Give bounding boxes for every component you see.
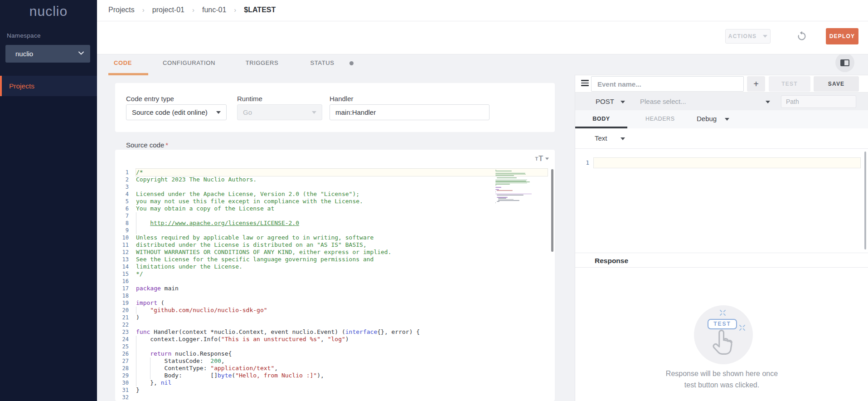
body-editor-scrollbar[interactable] xyxy=(864,152,866,249)
code-line-32[interactable]: 32 xyxy=(115,394,555,401)
code-line-8[interactable]: 8http://www.apache.org/licenses/LICENSE-… xyxy=(115,220,555,227)
event-name-input[interactable] xyxy=(591,76,744,92)
path-input[interactable] xyxy=(781,95,856,108)
code-entry-type-value: Source code (edit online) xyxy=(132,108,208,116)
actions-button[interactable]: ACTIONS xyxy=(725,29,771,44)
namespace-label: Namespace xyxy=(7,32,41,39)
code-line-26[interactable]: 26return nuclio.Response{ xyxy=(115,350,555,357)
code-line-23[interactable]: 23func Handler(context *nuclio.Context, … xyxy=(115,328,555,336)
code-line-7[interactable]: 7 xyxy=(115,212,555,220)
source-code-editor-panel: T T 1/*2Copyright 2023 The Nuclio Author… xyxy=(115,150,555,401)
font-size-big-t: T xyxy=(538,155,543,163)
code-line-6[interactable]: 6You may obtain a copy of the License at xyxy=(115,205,555,212)
editor-minimap[interactable] xyxy=(495,170,534,205)
test-button[interactable]: TEST xyxy=(769,76,810,92)
code-line-25[interactable]: 25 xyxy=(115,343,555,350)
nuclio-app: nuclio Namespace nuclio Projects Project… xyxy=(0,0,868,401)
breadcrumb-item-projects[interactable]: Projects xyxy=(108,6,135,14)
event-type-select[interactable]: Please select... xyxy=(640,98,686,105)
indent-guide xyxy=(136,379,150,386)
code-entry-type-select[interactable]: Source code (edit online) xyxy=(126,104,227,120)
code-line-28[interactable]: 28ContentType: "application/text", xyxy=(115,365,555,372)
code-line-30[interactable]: 30}, nil xyxy=(115,379,555,386)
required-asterisk: * xyxy=(165,141,168,149)
code-line-4[interactable]: 4Licensed under the Apache License, Vers… xyxy=(115,191,555,198)
font-size-small-t: T xyxy=(535,156,538,161)
active-tab-underline xyxy=(108,73,148,75)
code-line-5[interactable]: 5you may not use this file except in com… xyxy=(115,198,555,205)
code-line-15[interactable]: 15*/ xyxy=(115,270,555,278)
code-line-10[interactable]: 10Unless required by applicable law or a… xyxy=(115,234,555,241)
tab-body[interactable]: BODY xyxy=(575,110,627,128)
refresh-icon[interactable] xyxy=(796,31,807,42)
line-number: 4 xyxy=(115,191,136,198)
code-line-18[interactable]: 18 xyxy=(115,292,555,299)
function-tabs: CODECONFIGURATIONTRIGGERSSTATUS xyxy=(97,54,868,77)
namespace-select[interactable]: nuclio xyxy=(5,45,90,63)
tab-code[interactable]: CODE xyxy=(114,59,132,66)
code-line-12[interactable]: 12WITHOUT WARRANTIES OR CONDITIONS OF AN… xyxy=(115,249,555,256)
click-burst-icon xyxy=(739,324,746,331)
font-size-tool[interactable]: T T xyxy=(535,155,549,163)
handler-input[interactable]: main:Handler xyxy=(330,104,490,120)
code-line-24[interactable]: 24context.Logger.Info("This is an unstru… xyxy=(115,336,555,343)
add-event-button[interactable]: + xyxy=(747,76,765,92)
code-line-20[interactable]: 20"github.com/nuclio/nuclio-sdk-go" xyxy=(115,307,555,314)
content-type-select[interactable]: Text xyxy=(595,134,607,142)
indent-guide xyxy=(150,365,164,372)
runtime-label: Runtime xyxy=(237,95,262,103)
save-button[interactable]: SAVE xyxy=(814,76,859,92)
body-input-line[interactable] xyxy=(593,157,861,168)
toggle-test-panel-button[interactable] xyxy=(835,53,854,72)
code-line-14[interactable]: 14limitations under the License. xyxy=(115,263,555,270)
editor-scrollbar[interactable] xyxy=(551,169,553,252)
breadcrumb-current: $LATEST xyxy=(244,6,276,14)
code-line-1[interactable]: 1/* xyxy=(115,169,555,176)
deploy-button[interactable]: DEPLOY xyxy=(826,28,858,44)
menu-icon[interactable] xyxy=(581,80,589,86)
nuclio-logo: nuclio xyxy=(0,4,97,19)
actions-button-label: ACTIONS xyxy=(728,33,756,39)
line-number: 31 xyxy=(115,386,136,394)
response-title: Response xyxy=(595,257,628,265)
code-line-17[interactable]: 17package main xyxy=(115,285,555,292)
sidebar-item-projects[interactable]: Projects xyxy=(0,76,97,96)
code-line-13[interactable]: 13See the License for the specific langu… xyxy=(115,256,555,263)
chevron-down-icon xyxy=(766,101,770,103)
code-editor[interactable]: 1/*2Copyright 2023 The Nuclio Authors.34… xyxy=(115,169,555,401)
breadcrumb-item-project-01[interactable]: project-01 xyxy=(152,6,184,14)
code-line-11[interactable]: 11distributed under the License is distr… xyxy=(115,241,555,249)
tab-status[interactable]: STATUS xyxy=(310,59,335,66)
tab-headers[interactable]: HEADERS xyxy=(645,116,675,122)
line-number: 15 xyxy=(115,270,136,278)
code-line-31[interactable]: 31} xyxy=(115,386,555,394)
code-line-19[interactable]: 19import ( xyxy=(115,299,555,307)
line-number: 9 xyxy=(115,227,136,234)
debug-select[interactable]: Debug xyxy=(697,115,717,122)
chevron-down-icon xyxy=(621,137,625,140)
code-line-2[interactable]: 2Copyright 2023 The Nuclio Authors. xyxy=(115,176,555,183)
code-line-9[interactable]: 9 xyxy=(115,227,555,234)
code-line-27[interactable]: 27StatusCode: 200, xyxy=(115,357,555,365)
breadcrumb: Projects›project-01›func-01›$LATEST xyxy=(108,6,276,14)
request-config-row: POST Please select... xyxy=(575,92,868,110)
line-number: 1 xyxy=(115,169,136,176)
line-number: 10 xyxy=(115,234,136,241)
code-line-16[interactable]: 16 xyxy=(115,278,555,285)
method-select[interactable]: POST xyxy=(596,98,614,105)
line-number: 14 xyxy=(115,263,136,270)
line-number: 16 xyxy=(115,278,136,285)
breadcrumb-item-func-01[interactable]: func-01 xyxy=(202,6,226,14)
indent-guide xyxy=(136,336,150,343)
test-event-panel: + TEST SAVE POST Please select... BODY H… xyxy=(575,75,868,401)
line-number: 23 xyxy=(115,328,136,336)
code-line-22[interactable]: 22 xyxy=(115,321,555,328)
tab-configuration[interactable]: CONFIGURATION xyxy=(163,59,215,66)
breadcrumb-separator: › xyxy=(234,6,236,14)
code-line-21[interactable]: 21) xyxy=(115,314,555,321)
code-line-3[interactable]: 3 xyxy=(115,183,555,191)
line-number: 12 xyxy=(115,249,136,256)
tab-triggers[interactable]: TRIGGERS xyxy=(246,59,279,66)
code-line-29[interactable]: 29Body: []byte("Hello, from Nuclio :]"), xyxy=(115,372,555,379)
code-settings-panel: Code entry type Source code (edit online… xyxy=(115,83,555,132)
